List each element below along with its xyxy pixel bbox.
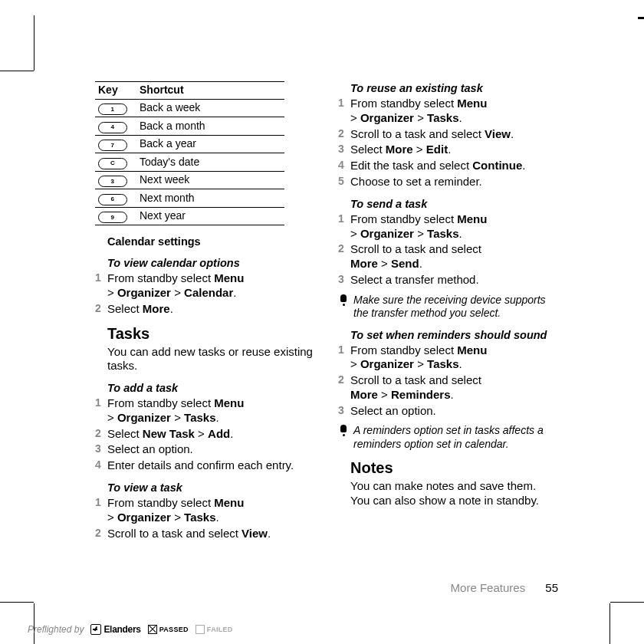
failed-badge: FAILED [196, 625, 233, 634]
table-row: CToday's date [95, 153, 284, 172]
ol-reuse-task: 1From standby select Menu > Organizer > … [338, 97, 558, 189]
table-row: 6Next month [95, 189, 284, 208]
section-name: More Features [451, 581, 526, 594]
table-row: 4Back a month [95, 117, 284, 136]
note-transfer: Make sure the receiving device supports … [338, 294, 558, 320]
crop-mark [34, 15, 34, 71]
list-item: 3Select a transfer method. [350, 273, 558, 288]
crop-mark [0, 602, 34, 603]
note-text: Make sure the receiving device supports … [353, 294, 558, 320]
preflight-label: Preflighted by [28, 624, 84, 635]
key-icon: 6 [98, 194, 127, 205]
shortcut-cell: Today's date [136, 153, 284, 172]
table-row: 1Back a week [95, 99, 284, 117]
content-columns: KeyShortcut 1Back a week 4Back a month 7… [95, 81, 558, 544]
key-icon: 7 [98, 140, 127, 151]
tasks-desc: You can add new tasks or reuse existing … [107, 345, 315, 374]
heading-notes: Notes [350, 458, 558, 478]
heading-send-task: To send a task [350, 197, 558, 211]
table-row: 9Next year [95, 207, 284, 225]
list-item: 3Select More > Edit. [350, 143, 558, 157]
th-key: Key [95, 82, 136, 100]
list-item: 2Select New Task > Add. [107, 427, 315, 442]
key-icon: C [98, 158, 127, 169]
shortcut-cell: Next month [136, 189, 284, 208]
ol-view-calendar: 1From standby select Menu > Organizer > … [95, 271, 315, 316]
note-reminders: A reminders option set in tasks affects … [338, 424, 558, 451]
shortcut-cell: Next year [136, 207, 284, 225]
list-item: 3Select an option. [107, 442, 315, 457]
list-item: 1From standby select Menu > Organizer > … [350, 343, 558, 373]
list-item: 1From standby select Menu > Organizer > … [107, 396, 315, 426]
list-item: 2Scroll to a task and select View. [107, 527, 315, 541]
th-shortcut: Shortcut [136, 82, 284, 100]
list-item: 2Scroll to a task and select View. [350, 127, 558, 142]
list-item: 1From standby select Menu > Organizer > … [350, 212, 558, 242]
shortcut-cell: Back a month [136, 117, 284, 136]
heading-reuse-task: To reuse an existing task [350, 81, 558, 95]
key-icon: 4 [98, 122, 127, 133]
key-icon: 1 [98, 104, 127, 115]
list-item: 3Select an option. [350, 404, 558, 419]
preflight-footer: Preflighted by Elanders PASSED FAILED [28, 624, 233, 635]
key-icon: 9 [98, 212, 127, 223]
notes-desc: You can make notes and save them. You ca… [350, 479, 558, 508]
note-text: A reminders option set in tasks affects … [353, 424, 558, 451]
passed-badge: PASSED [148, 625, 189, 634]
list-item: 2Scroll to a task and select More > Remi… [350, 373, 558, 402]
page-footer: More Features 55 [451, 581, 558, 594]
table-row: 7Back a year [95, 135, 284, 153]
heading-add-task: To add a task [107, 381, 315, 395]
info-icon [338, 294, 349, 320]
table-header-row: KeyShortcut [95, 82, 284, 100]
ol-view-task: 1From standby select Menu > Organizer > … [95, 496, 315, 540]
list-item: 4Edit the task and select Continue. [350, 159, 558, 173]
elanders-logo: Elanders [90, 624, 140, 635]
list-item: 1From standby select Menu > Organizer > … [350, 97, 558, 126]
elanders-logo-icon [90, 624, 101, 635]
page-number: 55 [545, 581, 558, 594]
shortcut-table: KeyShortcut 1Back a week 4Back a month 7… [95, 81, 284, 225]
crop-mark [610, 602, 644, 603]
passed-box-icon [148, 625, 157, 634]
heading-view-task: To view a task [107, 481, 315, 495]
shortcut-cell: Back a week [136, 99, 284, 117]
list-item: 1From standby select Menu > Organizer > … [107, 271, 315, 301]
key-icon: 3 [98, 176, 127, 187]
heading-reminders-sound: To set when reminders should sound [350, 328, 558, 342]
list-item: 4Enter details and confirm each entry. [107, 458, 315, 473]
right-column: To reuse an existing task 1From standby … [338, 81, 558, 544]
heading-tasks: Tasks [107, 324, 315, 343]
list-item: 2Scroll to a task and select More > Send… [350, 242, 558, 271]
crop-mark [638, 17, 644, 19]
shortcut-cell: Next week [136, 171, 284, 189]
ol-send-task: 1From standby select Menu > Organizer > … [338, 212, 558, 288]
heading-calendar-settings: Calendar settings [107, 235, 315, 248]
ol-add-task: 1From standby select Menu > Organizer > … [95, 396, 315, 473]
list-item: 1From standby select Menu > Organizer > … [107, 496, 315, 525]
list-item: 5Choose to set a reminder. [350, 175, 558, 189]
failed-box-icon [196, 625, 205, 634]
crop-mark [610, 603, 610, 644]
table-row: 3Next week [95, 171, 284, 189]
ol-reminders: 1From standby select Menu > Organizer > … [338, 343, 558, 419]
left-column: KeyShortcut 1Back a week 4Back a month 7… [95, 81, 315, 544]
shortcut-cell: Back a year [136, 135, 284, 153]
crop-mark [0, 71, 34, 71]
info-icon [338, 425, 349, 451]
manual-page: KeyShortcut 1Back a week 4Back a month 7… [0, 0, 644, 644]
heading-view-calendar-options: To view calendar options [107, 256, 315, 270]
list-item: 2Select More. [107, 302, 315, 317]
